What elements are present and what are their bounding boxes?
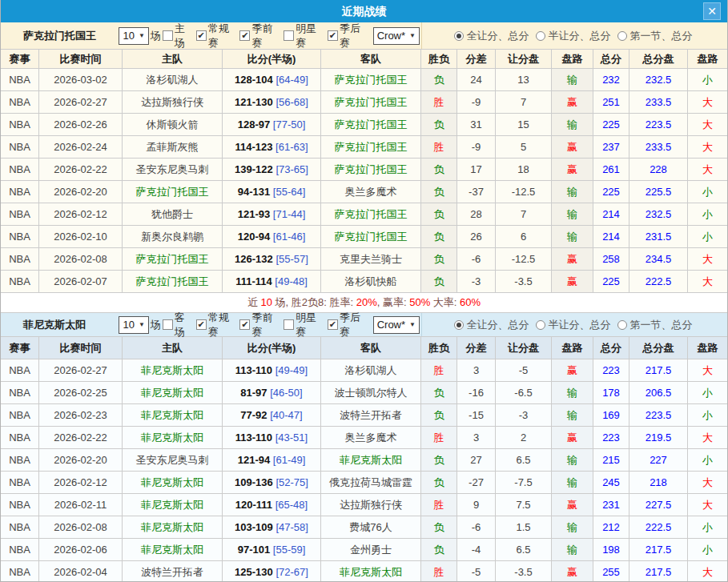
filter-checkbox[interactable]: ✔ <box>239 30 250 41</box>
date-cell: 2026-02-12 <box>39 472 123 494</box>
column-header: 让分盘 <box>496 50 552 69</box>
total-line-cell: 227 <box>629 449 688 472</box>
filter-checkbox[interactable]: ✔ <box>196 319 207 330</box>
away-team-cell: 洛杉矶快船 <box>321 271 421 293</box>
handicap-cell: -6.5 <box>496 382 552 404</box>
odds-scope-radio[interactable] <box>617 31 627 41</box>
total-line-cell: 218 <box>629 472 688 494</box>
odds-scope-radio[interactable] <box>617 320 627 330</box>
filter-checkbox[interactable] <box>163 319 173 330</box>
filter-checkbox[interactable]: ✔ <box>328 30 338 41</box>
odds-scope-radio-label: 第一节、总分 <box>630 29 693 43</box>
half-score: [55-57] <box>276 253 308 265</box>
handicap-cell: -12.5 <box>496 248 552 271</box>
league-cell: NBA <box>1 427 39 449</box>
final-score: 125-130 <box>235 566 273 578</box>
odds-scope-radio[interactable] <box>536 31 545 41</box>
league-cell: NBA <box>1 561 39 582</box>
filter-checkbox-group: 主场✔常规赛✔季前赛明星赛✔季后赛 <box>163 22 372 50</box>
final-score: 128-97 <box>238 118 270 130</box>
total-points-cell: 255 <box>593 561 629 582</box>
home-team-cell: 孟菲斯灰熊 <box>123 136 223 159</box>
league-cell: NBA <box>1 114 39 136</box>
over-under-cell: 大 <box>688 248 727 271</box>
half-score: [64-49] <box>276 74 308 86</box>
away-team-cell: 菲尼克斯太阳 <box>321 561 421 582</box>
odds-scope-radio-group: 全让分、总分半让分、总分第一节、总分 <box>421 22 727 49</box>
odds-scope-radio[interactable] <box>536 320 545 330</box>
total-points-cell: 251 <box>593 91 629 114</box>
away-team-cell: 萨克拉门托国王 <box>321 69 421 91</box>
column-header: 盘路 <box>688 50 727 69</box>
filter-checkbox[interactable] <box>284 30 294 41</box>
handicap-result-cell: 输 <box>552 226 593 248</box>
away-team-cell: 洛杉矶湖人 <box>321 359 421 382</box>
total-points-cell: 261 <box>593 159 629 181</box>
home-team-cell: 菲尼克斯太阳 <box>123 427 223 449</box>
date-cell: 2026-02-27 <box>39 91 123 114</box>
final-score: 77-92 <box>240 409 267 421</box>
filter-checkbox[interactable]: ✔ <box>239 319 250 330</box>
result-cell: 负 <box>421 404 457 427</box>
handicap-result-cell: 赢 <box>552 91 593 114</box>
over-under-cell: 小 <box>688 226 727 248</box>
league-cell: NBA <box>1 181 39 203</box>
column-header: 胜负 <box>421 50 457 69</box>
away-team-cell: 金州勇士 <box>321 539 421 561</box>
total-points-cell: 245 <box>593 472 629 494</box>
over-under-cell: 大 <box>688 91 727 114</box>
filter-checkbox[interactable] <box>284 319 294 330</box>
league-cell: NBA <box>1 382 39 404</box>
chevron-down-icon: ▼ <box>409 32 416 39</box>
handicap-result-cell: 赢 <box>552 271 593 293</box>
column-header: 盘路 <box>552 50 593 69</box>
league-cell: NBA <box>1 203 39 226</box>
close-button[interactable]: ✕ <box>703 2 721 20</box>
games-count-select[interactable]: 10▼ <box>119 27 148 45</box>
games-count-select[interactable]: 10▼ <box>119 316 148 334</box>
total-points-cell: 225 <box>593 271 629 293</box>
date-cell: 2026-03-02 <box>39 69 123 91</box>
away-team-cell: 菲尼克斯太阳 <box>321 449 421 472</box>
record-summary-segment: 近 <box>247 296 261 308</box>
odds-scope-radio-label: 半让分、总分 <box>549 29 611 43</box>
odds-scope-radio[interactable] <box>454 31 464 41</box>
filter-checkbox[interactable]: ✔ <box>328 319 338 330</box>
sections-container: 萨克拉门托国王10▼场主场✔常规赛✔季前赛明星赛✔季后赛Crow*▼全让分、总分… <box>1 22 727 582</box>
source-select[interactable]: Crow*▼ <box>373 27 420 45</box>
total-points-cell: 169 <box>593 404 629 427</box>
over-under-cell: 小 <box>688 516 727 539</box>
filter-checkbox[interactable] <box>163 30 173 41</box>
over-under-cell: 大 <box>688 114 727 136</box>
result-cell: 负 <box>421 181 457 203</box>
home-team-cell: 菲尼克斯太阳 <box>123 382 223 404</box>
handicap-cell: 5 <box>496 136 552 159</box>
home-team-cell: 菲尼克斯太阳 <box>123 516 223 539</box>
away-team-cell: 萨克拉门托国王 <box>321 203 421 226</box>
point-diff-cell: 3 <box>457 427 496 449</box>
final-score: 121-130 <box>235 96 273 108</box>
half-score: [72-67] <box>276 566 308 578</box>
column-header: 客队 <box>321 50 421 69</box>
source-select[interactable]: Crow*▼ <box>373 316 420 334</box>
column-header: 比分(半场) <box>223 50 321 69</box>
over-under-cell: 小 <box>688 181 727 203</box>
handicap-cell: 13 <box>496 69 552 91</box>
total-line-cell: 217.5 <box>629 539 688 561</box>
handicap-result-cell: 输 <box>552 114 593 136</box>
point-diff-cell: -9 <box>457 91 496 114</box>
away-team-cell: 波特兰开拓者 <box>321 404 421 427</box>
point-diff-cell: 28 <box>457 203 496 226</box>
filter-checkbox[interactable]: ✔ <box>196 30 207 41</box>
results-table: 赛事比赛时间主队比分(半场)客队胜负分差让分盘盘路总分总分盘盘路NBA2026-… <box>1 50 727 293</box>
final-score: 94-131 <box>238 186 270 198</box>
total-points-cell: 223 <box>593 427 629 449</box>
half-score: [46-50] <box>270 387 302 399</box>
odds-scope-radio[interactable] <box>454 320 464 330</box>
result-cell: 胜 <box>421 359 457 382</box>
column-header: 总分 <box>593 337 629 359</box>
record-summary-segment: 50% <box>409 296 430 308</box>
date-cell: 2026-02-10 <box>39 226 123 248</box>
final-score: 139-122 <box>235 163 273 175</box>
games-count-value: 10 <box>123 319 134 331</box>
